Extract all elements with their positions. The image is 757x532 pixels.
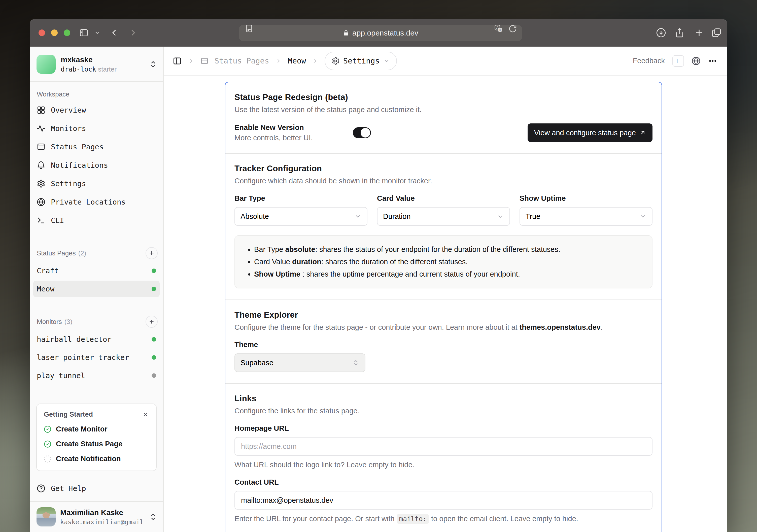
show-uptime-value: True (526, 212, 540, 221)
enable-new-version-sub: More controls, better UI. (234, 134, 335, 142)
workspace-selector[interactable]: mxkaske drab-lock starter (30, 47, 163, 82)
bar-type-select[interactable]: Absolute (234, 207, 367, 226)
getting-started-create-notification[interactable]: Create Notification (44, 455, 149, 463)
getting-started-label: Create Status Page (56, 440, 122, 448)
panel-top-icon (37, 142, 45, 151)
check-circle-icon (44, 425, 51, 433)
breadcrumb-meow[interactable]: Meow (288, 56, 306, 65)
sidebar-item-cli[interactable]: CLI (30, 211, 163, 230)
add-monitor-button[interactable] (145, 316, 158, 328)
settings-pill-label: Settings (343, 56, 380, 65)
section-title: Links (234, 394, 652, 403)
contact-url-input-wrap (234, 491, 652, 510)
status-dot-gray (152, 373, 156, 378)
breadcrumb-settings-dropdown[interactable]: Settings (325, 52, 397, 70)
reload-icon[interactable] (508, 24, 517, 33)
breadcrumb-status-pages[interactable]: Status Pages (215, 56, 269, 65)
status-dot-green (152, 337, 156, 342)
get-help-link[interactable]: Get Help (30, 482, 163, 501)
globe-icon[interactable] (691, 56, 701, 66)
sidebar-item-private-locations[interactable]: Private Locations (30, 193, 163, 211)
url-text: app.openstatus.dev (352, 29, 418, 37)
chevrons-up-down-icon (149, 60, 157, 68)
sidebar-toggle-icon[interactable] (173, 56, 182, 66)
themes-link[interactable]: themes.openstatus.dev (520, 323, 601, 331)
chevrons-up-down-icon (352, 359, 359, 366)
close-icon[interactable] (142, 411, 149, 418)
view-configure-status-page-button[interactable]: View and configure status page (528, 123, 652, 142)
status-page-label: Craft (37, 266, 59, 275)
section-title: Theme Explorer (234, 310, 652, 320)
downloads-icon[interactable] (656, 27, 666, 38)
workspace-plan: starter (98, 66, 117, 73)
sidebar-item-settings[interactable]: Settings (30, 174, 163, 193)
getting-started-create-monitor[interactable]: Create Monitor (44, 425, 149, 433)
enable-new-version-label: Enable New Version (234, 123, 335, 132)
tracker-bullet: Bar Type absolute: shares the status of … (254, 243, 642, 256)
tab-overview-icon[interactable] (711, 27, 722, 38)
section-title: Tracker Configuration (234, 164, 652, 173)
section-description: Use the latest version of the status pag… (234, 106, 652, 114)
theme-explorer-section: Theme Explorer Configure the theme for t… (226, 299, 662, 383)
enable-new-version-toggle[interactable] (353, 127, 371, 138)
sidebar-item-label: Monitors (51, 124, 86, 133)
show-uptime-select[interactable]: True (520, 207, 652, 226)
tracker-bullet: Show Uptime : shares the uptime percenta… (254, 268, 642, 280)
chevron-right-icon (312, 58, 318, 64)
add-status-page-button[interactable] (145, 247, 158, 259)
sidebar-item-label: Status Pages (51, 142, 104, 151)
toggle-knob (361, 128, 370, 138)
bell-icon (37, 161, 45, 170)
sidebar-item-status-pages[interactable]: Status Pages (30, 138, 163, 156)
feedback-button[interactable]: Feedback (633, 57, 665, 65)
contact-url-input[interactable] (241, 496, 646, 505)
monitor-item-play-tunnel[interactable]: play tunnel (33, 367, 160, 384)
monitor-item-laser-pointer-tracker[interactable]: laser pointer tracker (33, 349, 160, 366)
minimize-window-button[interactable] (51, 29, 58, 36)
sidebar-item-monitors[interactable]: Monitors (30, 119, 163, 138)
status-dot-green (152, 355, 156, 360)
homepage-url-input[interactable] (241, 442, 646, 451)
more-options-icon[interactable] (708, 56, 717, 66)
tab-group-chevron-icon[interactable] (94, 30, 100, 36)
card-value-select[interactable]: Duration (377, 207, 510, 226)
back-button[interactable] (110, 28, 119, 37)
zoom-window-button[interactable] (64, 29, 70, 36)
theme-select[interactable]: Supabase (234, 354, 365, 372)
forward-button[interactable] (129, 28, 137, 37)
chevron-right-icon (275, 58, 282, 64)
page-settings-icon[interactable] (245, 24, 254, 33)
address-bar[interactable]: app.openstatus.dev Ax (239, 25, 522, 41)
section-description: Configure which data should be shown in … (234, 177, 652, 185)
sidebar-item-label: Settings (51, 179, 86, 188)
links-section: Links Configure the links for the status… (226, 383, 662, 532)
tracker-info-box: Bar Type absolute: shares the status of … (234, 235, 652, 288)
share-icon[interactable] (674, 27, 685, 38)
card-value-value: Duration (383, 212, 411, 221)
status-page-redesign-form: Status Page Redesign (beta) Use the late… (225, 82, 662, 532)
help-circle-icon (37, 484, 45, 493)
close-window-button[interactable] (39, 29, 45, 36)
getting-started-title: Getting Started (44, 411, 93, 419)
browser-sidebar-toggle-icon[interactable] (79, 28, 89, 38)
section-title: Status Page Redesign (beta) (234, 92, 652, 102)
monitor-item-hairball-detector[interactable]: hairball detector (33, 331, 160, 348)
status-pages-section-label: Status Pages (37, 249, 76, 257)
getting-started-create-status-page[interactable]: Create Status Page (44, 440, 149, 448)
translate-icon[interactable]: Ax (494, 24, 503, 33)
terminal-icon (37, 216, 45, 225)
section-description: Configure the theme for the status page … (234, 323, 652, 331)
monitor-label: laser pointer tracker (37, 353, 129, 362)
browser-toolbar: app.openstatus.dev Ax (30, 19, 727, 47)
chevron-down-icon (639, 213, 647, 220)
status-page-item-meow[interactable]: Meow (33, 281, 160, 297)
status-page-item-craft[interactable]: Craft (33, 263, 160, 279)
new-tab-icon[interactable] (694, 27, 704, 38)
sidebar-item-label: Notifications (51, 161, 108, 170)
sidebar-item-notifications[interactable]: Notifications (30, 156, 163, 174)
user-menu[interactable]: Maximilian Kaske kaske.maximilian@gmail… (30, 501, 163, 532)
tracker-bullet: Card Value duration: shares the duration… (254, 256, 642, 268)
feedback-shortcut-badge: F (672, 55, 684, 67)
status-dot-green (152, 268, 156, 273)
sidebar-item-overview[interactable]: Overview (30, 101, 163, 119)
